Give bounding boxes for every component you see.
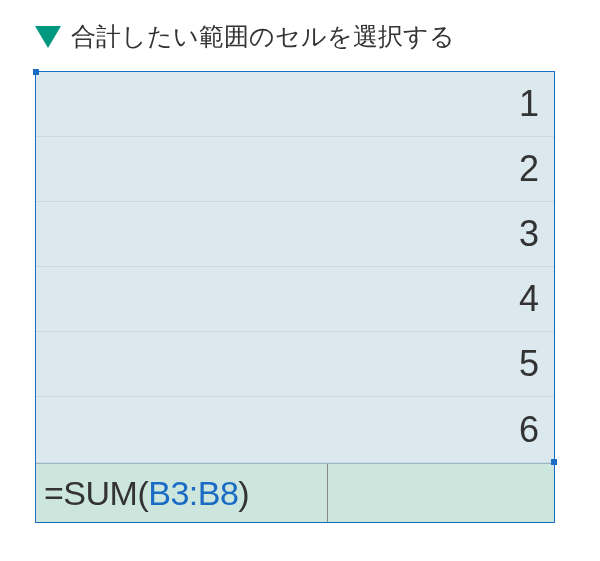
formula-row: =SUM(B3:B8) (36, 463, 554, 522)
cell-b3[interactable]: 1 (36, 72, 554, 137)
cell-value: 3 (519, 213, 539, 255)
cell-value: 1 (519, 83, 539, 125)
instruction-header: 合計したい範囲のセルを選択する (35, 20, 565, 53)
formula-prefix: =SUM( (44, 474, 148, 513)
formula-range-reference: B3:B8 (148, 474, 238, 513)
cell-b8[interactable]: 6 (36, 397, 554, 462)
cell-b4[interactable]: 2 (36, 137, 554, 202)
cell-value: 6 (519, 409, 539, 451)
instruction-text: 合計したい範囲のセルを選択する (71, 20, 455, 53)
triangle-marker-icon (35, 26, 61, 48)
cell-b5[interactable]: 3 (36, 202, 554, 267)
cell-value: 2 (519, 148, 539, 190)
cell-b6[interactable]: 4 (36, 267, 554, 332)
formula-cell[interactable]: =SUM(B3:B8) (36, 464, 328, 522)
cell-b7[interactable]: 5 (36, 332, 554, 397)
selected-cell-range[interactable]: 1 2 3 4 5 6 (36, 72, 554, 463)
formula-suffix: ) (238, 474, 249, 513)
spreadsheet-grid[interactable]: 1 2 3 4 5 6 =SUM(B3:B8) (35, 71, 555, 523)
cell-value: 5 (519, 343, 539, 385)
cell-value: 4 (519, 278, 539, 320)
adjacent-cell[interactable] (328, 464, 554, 522)
